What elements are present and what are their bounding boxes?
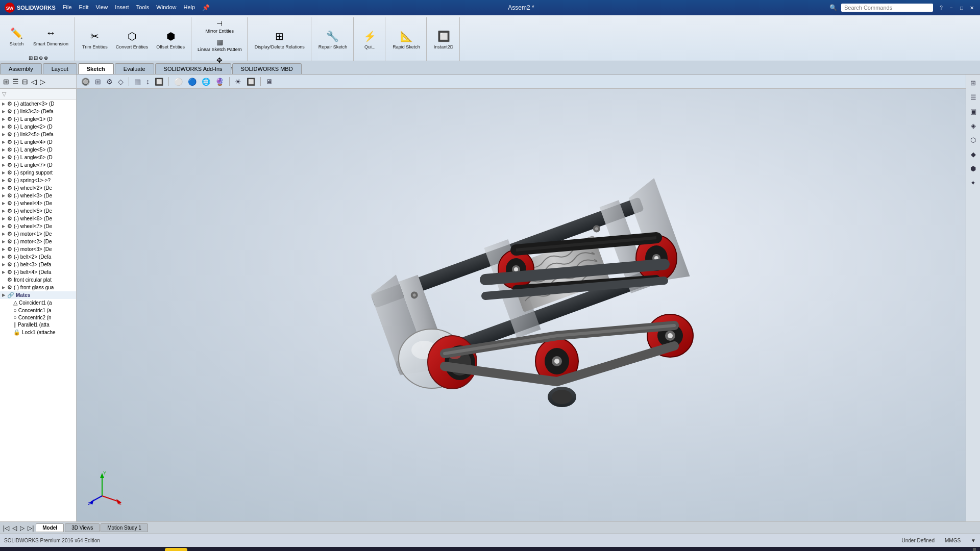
bottom-tab-model[interactable]: Model — [36, 523, 64, 532]
tree-item[interactable]: ∥Parallel1 (atta — [0, 321, 76, 329]
right-icon-5[interactable]: ⬡ — [967, 134, 979, 146]
tree-item[interactable]: ▶⚙(-) belt<3> (Defa — [0, 261, 76, 268]
convert-entities-button[interactable]: ⬡ Convert Entities — [113, 26, 152, 52]
vp-icon-7[interactable]: 🔲 — [153, 77, 165, 87]
tree-item[interactable]: ▶🔗Mates — [0, 291, 76, 299]
offset-entities-button[interactable]: ⬢ Offset Entities — [153, 26, 188, 52]
vp-icon-8[interactable]: ⚪ — [173, 77, 184, 87]
office2-taskbar[interactable]: 📮 — [241, 548, 264, 551]
task-view-button[interactable]: ⊡ — [55, 548, 78, 551]
solidworks-taskbar[interactable]: SW — [267, 548, 289, 551]
edge-taskbar[interactable]: 🌐 — [114, 548, 136, 551]
right-icon-8[interactable]: ✦ — [967, 177, 979, 189]
vp-icon-2[interactable]: ⊞ — [93, 77, 103, 87]
tab-addins[interactable]: SOLIDWORKS Add-Ins — [155, 63, 231, 74]
tree-item[interactable]: △Coincident1 (a — [0, 299, 76, 307]
tree-item[interactable]: ▶⚙(-) wheel<6> (De — [0, 215, 76, 222]
tree-item[interactable]: ▶⚙(-) front glass gua — [0, 284, 76, 291]
tree-item[interactable]: ⚙front circular plat — [0, 276, 76, 284]
tree-item[interactable]: ▶⚙(-) wheel<2> (De — [0, 184, 76, 192]
trim-entities-button[interactable]: ✂ Trim Entities — [79, 26, 111, 52]
menu-insert[interactable]: Insert — [112, 3, 132, 12]
search-button[interactable]: 🔍 — [30, 548, 52, 551]
menu-pin[interactable]: 📌 — [199, 3, 213, 12]
vp-icon-3[interactable]: ⚙ — [105, 77, 114, 87]
tree-icon-5[interactable]: ▷ — [39, 77, 46, 87]
right-icon-3[interactable]: ▣ — [967, 105, 979, 117]
show-desktop-button[interactable] — [973, 548, 976, 551]
tree-item[interactable]: ▶⚙(-) spring support — [0, 169, 76, 177]
right-icon-7[interactable]: ⬢ — [967, 162, 979, 174]
tree-item[interactable]: ▶⚙(-) belt<2> (Defa — [0, 253, 76, 261]
sketch-tool-3[interactable]: ⊕ — [39, 55, 43, 61]
start-button[interactable] — [4, 548, 27, 551]
vp-icon-5[interactable]: ▦ — [133, 77, 142, 87]
mirror-entities-button[interactable]: ⊣ Mirror Entities — [195, 17, 244, 35]
tree-item[interactable]: ▶⚙(-) L angle<1> (D — [0, 115, 76, 123]
smart-dimension-button[interactable]: ↔ Smart Dimension — [30, 23, 71, 49]
vp-icon-14[interactable]: 🖥 — [264, 77, 275, 87]
right-icon-4[interactable]: ◈ — [967, 119, 979, 132]
chrome-taskbar[interactable]: 🔵 — [190, 548, 213, 551]
search-commands-input[interactable] — [841, 4, 933, 12]
viewport[interactable]: 🔘 ⊞ ⚙ ◇ ▦ ↕ 🔲 ⚪ 🔵 🌐 🔮 ☀ 🔲 🖥 — [77, 74, 980, 521]
menu-view[interactable]: View — [92, 3, 111, 12]
tree-nav-first[interactable]: |◁ — [2, 523, 10, 533]
right-icon-2[interactable]: ☰ — [967, 91, 979, 103]
vp-icon-12[interactable]: ☀ — [233, 77, 243, 87]
tree-nav-prev[interactable]: ◁ — [11, 523, 18, 533]
sketch-tool-2[interactable]: ⊟ — [34, 55, 38, 61]
tree-item[interactable]: ▶⚙(-) link3<3> (Defa — [0, 108, 76, 115]
netflix-taskbar[interactable]: N — [88, 548, 111, 551]
repair-sketch-button[interactable]: 🔧 Repair Sketch — [315, 26, 351, 52]
right-icon-6[interactable]: ◆ — [967, 148, 979, 160]
tree-item[interactable]: ○Concentric2 (n — [0, 314, 76, 321]
rapid-sketch-button[interactable]: 📐 Rapid Sketch — [389, 26, 423, 52]
quick-button[interactable]: ⚡ Qui... — [358, 26, 381, 52]
status-units-dropdown[interactable]: ▼ — [971, 538, 976, 543]
vp-icon-4[interactable]: ◇ — [116, 77, 125, 87]
close-button[interactable]: ✕ — [968, 4, 976, 12]
tab-evaluate[interactable]: Evaluate — [115, 63, 154, 74]
menu-tools[interactable]: Tools — [133, 3, 153, 12]
vp-icon-13[interactable]: 🔲 — [245, 77, 257, 87]
tree-item[interactable]: ○Concentric1 (a — [0, 307, 76, 314]
tree-item[interactable]: ▶⚙(-) L angle<4> (D — [0, 138, 76, 146]
tree-item[interactable]: 🔒Lock1 (attache — [0, 329, 76, 336]
minimize-button[interactable]: − — [947, 4, 955, 12]
bottom-tab-motion[interactable]: Motion Study 1 — [101, 523, 148, 532]
tree-item[interactable]: ▶⚙(-) L angle<7> (D — [0, 161, 76, 169]
restore-button[interactable]: □ — [958, 4, 966, 12]
tree-nav-next[interactable]: ▷ — [19, 523, 26, 533]
linear-pattern-button[interactable]: ▦ Linear Sketch Pattern — [195, 36, 244, 53]
tree-item[interactable]: ▶⚙(-) belt<4> (Defa — [0, 268, 76, 276]
bottom-tab-3dviews[interactable]: 3D Views — [65, 523, 100, 532]
tab-mbd[interactable]: SOLIDWORKS MBD — [232, 63, 302, 74]
tree-item[interactable]: ▶⚙(-) spring<1>->? — [0, 177, 76, 184]
tree-nav-last[interactable]: ▷| — [27, 523, 35, 533]
vp-icon-6[interactable]: ↕ — [144, 77, 151, 87]
tree-item[interactable]: ▶⚙(-) L angle<5> (D — [0, 146, 76, 154]
tree-icon-4[interactable]: ◁ — [30, 77, 38, 87]
tree-item[interactable]: ▶⚙(-) L angle<2> (D — [0, 123, 76, 131]
right-icon-1[interactable]: ⊞ — [967, 77, 979, 89]
explorer-taskbar[interactable]: 📁 — [139, 548, 162, 551]
tab-layout[interactable]: Layout — [43, 63, 77, 74]
sketch-tool-4[interactable]: ⊗ — [44, 55, 48, 61]
vp-icon-10[interactable]: 🌐 — [200, 77, 212, 87]
tree-item[interactable]: ▶⚙(-) motor<1> (De — [0, 230, 76, 238]
vp-icon-11[interactable]: 🔮 — [214, 77, 226, 87]
tab-assembly[interactable]: Assembly — [0, 63, 42, 74]
office-taskbar[interactable]: 📧 — [216, 548, 238, 551]
vp-icon-9[interactable]: 🔵 — [186, 77, 198, 87]
tree-item[interactable]: ▶⚙(-) motor<2> (De — [0, 238, 76, 245]
menu-help[interactable]: Help — [180, 3, 198, 12]
tree-item[interactable]: ▶⚙(-) link2<5> (Defa — [0, 131, 76, 138]
tree-item[interactable]: ▶⚙(-) wheel<5> (De — [0, 207, 76, 215]
sketch-tool-1[interactable]: ⊞ — [29, 55, 33, 61]
tree-item[interactable]: ▶⚙(-) wheel<4> (De — [0, 199, 76, 207]
tree-item[interactable]: ▶⚙(-) attacher<3> (D — [0, 100, 76, 108]
tree-item[interactable]: ▶⚙(-) wheel<3> (De — [0, 192, 76, 199]
help-button[interactable]: ? — [937, 4, 945, 12]
vp-icon-1[interactable]: 🔘 — [80, 77, 91, 87]
